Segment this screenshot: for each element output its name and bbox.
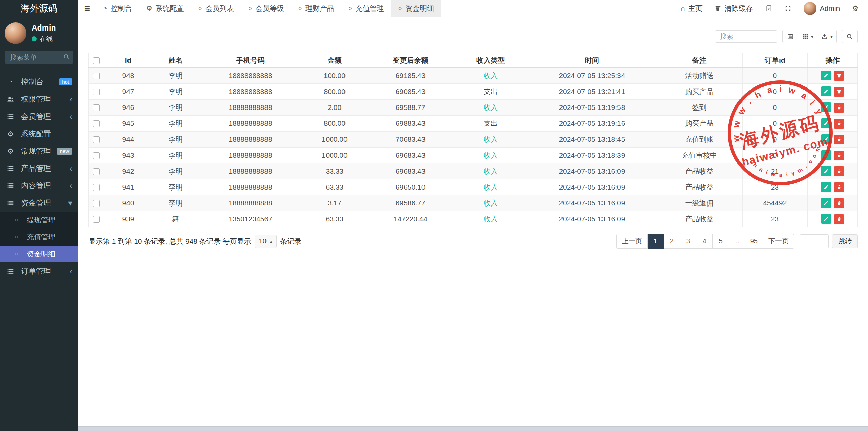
- edit-button[interactable]: [821, 150, 831, 160]
- delete-button[interactable]: [834, 119, 844, 129]
- edit-button[interactable]: [821, 86, 831, 96]
- delete-button[interactable]: [834, 87, 844, 97]
- chevron-left-icon: ‹: [70, 164, 72, 173]
- trash-icon: [837, 73, 842, 78]
- sidebar-item-products[interactable]: 产品管理 ‹: [0, 160, 78, 177]
- page-button-3[interactable]: 3: [680, 234, 696, 249]
- columns-button[interactable]: ▾: [798, 30, 817, 43]
- prev-page-button[interactable]: 上一页: [616, 234, 648, 249]
- sidebar-item-orders[interactable]: 订单管理 ‹: [0, 262, 78, 280]
- clear-cache-button[interactable]: 清除缓存: [715, 4, 753, 13]
- page-button-5[interactable]: 5: [713, 234, 729, 249]
- page-button-1[interactable]: 1: [648, 234, 664, 249]
- sidebar-item-funds[interactable]: 资金管理 ▾: [0, 194, 78, 212]
- next-page-button[interactable]: 下一页: [763, 234, 794, 249]
- edit-button[interactable]: [821, 102, 831, 112]
- col-id: Id: [104, 53, 152, 68]
- search-icon: [63, 54, 70, 60]
- delete-button[interactable]: [834, 135, 844, 144]
- records-summary: 显示第 1 到第 10 条记录, 总共 948 条记录 每页显示 10 ▴ 条记…: [88, 235, 301, 248]
- delete-button[interactable]: [834, 71, 844, 81]
- tab-financial-products[interactable]: ○ 理财产品: [291, 0, 341, 17]
- row-checkbox[interactable]: [93, 104, 100, 111]
- hot-badge: hot: [59, 78, 72, 85]
- edit-button[interactable]: [821, 134, 831, 144]
- edit-button[interactable]: [821, 214, 831, 224]
- col-order-id: 订单id: [742, 53, 807, 68]
- docs-button[interactable]: [765, 5, 772, 12]
- home-button[interactable]: ⌂ 主页: [680, 4, 703, 13]
- sidebar-item-permissions[interactable]: 权限管理 ‹: [0, 91, 78, 108]
- pencil-icon: [824, 137, 829, 142]
- col-name: 姓名: [152, 53, 199, 68]
- sidebar-item-fund-details[interactable]: ○ 资金明细: [0, 246, 78, 262]
- sidebar-search-input[interactable]: [5, 51, 73, 64]
- page-button-95[interactable]: 95: [745, 234, 763, 249]
- page-ellipsis[interactable]: ...: [729, 234, 745, 249]
- user-menu[interactable]: Admin: [804, 2, 840, 15]
- app-window: 海外源码 Admin 在线 ◔ 控制台 hot 权限管理: [0, 0, 868, 431]
- tab-fund-details[interactable]: ○ 资金明细: [391, 0, 441, 17]
- chevron-left-icon: ‹: [70, 95, 72, 103]
- settings-button[interactable]: ⚙: [852, 4, 859, 13]
- tab-recharge[interactable]: ○ 充值管理: [341, 0, 391, 17]
- delete-button[interactable]: [834, 166, 844, 176]
- row-checkbox[interactable]: [93, 216, 100, 223]
- tab-console[interactable]: ◔ 控制台: [96, 0, 139, 17]
- row-checkbox[interactable]: [93, 184, 100, 191]
- grid-icon: [802, 33, 809, 40]
- delete-button[interactable]: [834, 214, 844, 224]
- sidebar-item-general[interactable]: ⚙ 常规管理 new: [0, 142, 78, 160]
- tab-system-config[interactable]: ⚙ 系统配置: [139, 0, 191, 17]
- income-type-badge: 收入: [484, 167, 498, 175]
- sidebar-item-console[interactable]: ◔ 控制台 hot: [0, 73, 78, 91]
- toggle-view-button[interactable]: [782, 30, 798, 43]
- delete-button[interactable]: [834, 198, 844, 208]
- select-all-checkbox[interactable]: [93, 57, 100, 64]
- page-jump-button[interactable]: 跳转: [832, 234, 858, 248]
- row-checkbox[interactable]: [93, 120, 100, 127]
- delete-button[interactable]: [834, 103, 844, 113]
- edit-button[interactable]: [821, 118, 831, 128]
- row-checkbox[interactable]: [93, 89, 100, 95]
- row-checkbox[interactable]: [93, 152, 100, 159]
- pencil-icon: [824, 184, 829, 190]
- tab-member-list[interactable]: ○ 会员列表: [191, 0, 241, 17]
- page-button-4[interactable]: 4: [696, 234, 713, 249]
- delete-button[interactable]: [834, 151, 844, 160]
- row-checkbox[interactable]: [93, 168, 100, 175]
- sidebar-item-members[interactable]: 会员管理 ‹: [0, 108, 78, 125]
- app-title: 海外源码: [0, 0, 78, 17]
- chevron-left-icon: ‹: [70, 182, 72, 190]
- table-row: 939舞1350123456763.33147220.44 收入 2024-07…: [89, 211, 858, 227]
- edit-button[interactable]: [821, 182, 831, 192]
- page-jump-input[interactable]: [800, 234, 829, 248]
- sidebar-item-system-config[interactable]: ⚙ 系统配置: [0, 125, 78, 142]
- sidebar-item-recharge[interactable]: ○ 充值管理: [0, 229, 78, 246]
- export-button[interactable]: ▾: [817, 30, 837, 43]
- edit-button[interactable]: [821, 71, 831, 80]
- per-page-select[interactable]: 10 ▴: [255, 235, 277, 248]
- search-button[interactable]: [842, 30, 858, 43]
- sidebar-item-withdraw[interactable]: ○ 提现管理: [0, 212, 78, 229]
- table-toolbar: ▾ ▾: [88, 30, 858, 43]
- row-checkbox[interactable]: [93, 200, 100, 207]
- row-checkbox[interactable]: [93, 136, 100, 143]
- pencil-icon: [824, 73, 829, 78]
- table-row: 941李明1888888888863.3369650.10 收入 2024-07…: [89, 179, 858, 195]
- export-icon: [821, 33, 828, 40]
- row-checkbox[interactable]: [93, 73, 100, 79]
- sidebar-item-content[interactable]: 内容管理 ‹: [0, 177, 78, 194]
- hamburger-icon[interactable]: ≡: [78, 0, 96, 17]
- edit-button[interactable]: [821, 166, 831, 176]
- circle-icon: ○: [12, 234, 21, 240]
- edit-button[interactable]: [821, 198, 831, 208]
- user-status-label: 在线: [40, 35, 53, 43]
- tab-member-level[interactable]: ○ 会员等级: [241, 0, 291, 17]
- table-search-input[interactable]: [715, 30, 777, 43]
- page-button-2[interactable]: 2: [664, 234, 680, 249]
- delete-button[interactable]: [834, 182, 844, 192]
- pencil-icon: [824, 153, 829, 158]
- fullscreen-button[interactable]: [785, 5, 791, 12]
- sidebar-search-button[interactable]: [63, 54, 70, 60]
